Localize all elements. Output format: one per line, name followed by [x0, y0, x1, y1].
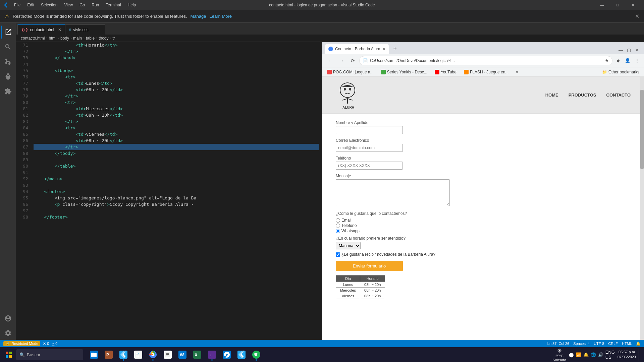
menu-terminal[interactable]: Terminal: [103, 2, 123, 8]
radio-telefono-input[interactable]: [336, 224, 340, 228]
close-browser-button[interactable]: ✕: [634, 46, 640, 54]
extensions-icon[interactable]: [1, 84, 15, 98]
minimize-browser-button[interactable]: —: [617, 46, 624, 54]
nav-contacto[interactable]: CONTACTO: [606, 93, 631, 98]
nav-productos[interactable]: PRODUCTOS: [569, 93, 596, 98]
indentation[interactable]: Spaces: 4: [573, 342, 590, 346]
nav-home[interactable]: HOME: [545, 93, 558, 98]
maximize-button[interactable]: □: [610, 0, 625, 10]
nombre-input[interactable]: [336, 126, 403, 134]
newsletter-checkbox[interactable]: [336, 252, 340, 257]
explorer-icon[interactable]: [1, 25, 15, 39]
menu-edit[interactable]: Edit: [24, 2, 37, 8]
taskbar-clock[interactable]: 05:57 p.m. 07/05/2023: [618, 350, 636, 360]
breadcrumb-item-6[interactable]: tr: [112, 36, 115, 41]
line-ending[interactable]: CRLF: [608, 342, 618, 346]
radio-telefono[interactable]: Telefono: [336, 223, 631, 228]
mensaje-textarea[interactable]: [336, 179, 450, 206]
radio-email[interactable]: Email: [336, 218, 631, 223]
menu-file[interactable]: File: [11, 2, 23, 8]
taskbar-pinned-app-6[interactable]: [161, 348, 174, 361]
bookmark-pog[interactable]: POG.COM: juegue a...: [325, 69, 376, 75]
taskbar-chrome-app[interactable]: [146, 348, 160, 361]
tray-icon-2[interactable]: 📶: [576, 352, 581, 357]
bookmark-series[interactable]: Series Yonkis - Desc...: [379, 69, 429, 75]
warning-count[interactable]: △ 0: [52, 342, 57, 346]
back-button[interactable]: ←: [325, 56, 335, 66]
radio-whatsapp-input[interactable]: [336, 229, 340, 233]
error-count[interactable]: ✖ 0: [43, 342, 49, 346]
search-icon[interactable]: [1, 40, 15, 54]
browser-menu-icon[interactable]: ⋮: [633, 56, 641, 65]
encoding[interactable]: UTF-8: [594, 342, 604, 346]
language-mode[interactable]: HTML: [622, 342, 632, 346]
tray-icon-3[interactable]: 🔔: [583, 352, 589, 357]
breadcrumb-item-4[interactable]: table: [86, 36, 95, 41]
forward-button[interactable]: →: [336, 56, 346, 66]
menu-selection[interactable]: Selection: [38, 2, 60, 8]
taskbar-search[interactable]: 🔍 Buscar: [16, 349, 83, 360]
close-tab-contacto[interactable]: ✕: [58, 27, 61, 32]
manage-link[interactable]: Manage: [191, 14, 206, 19]
taskbar-explorer-app[interactable]: [87, 348, 101, 361]
submit-button[interactable]: Enviar formulario: [336, 261, 403, 271]
extensions-browser-icon[interactable]: ◆: [614, 56, 623, 65]
star-bookmark-icon[interactable]: ★: [605, 58, 609, 63]
code-content[interactable]: <th>Horario</th> </tr> </thead> <tbody> …: [31, 42, 322, 340]
bookmark-folder-other[interactable]: 📁 Other bookmarks: [600, 69, 641, 75]
menu-help[interactable]: Help: [125, 2, 139, 8]
taskbar-pinned-app-7[interactable]: W: [176, 348, 189, 361]
minimize-button[interactable]: ―: [594, 0, 610, 10]
account-icon[interactable]: [1, 312, 15, 325]
new-tab-button[interactable]: +: [390, 44, 400, 54]
source-control-icon[interactable]: [1, 55, 15, 68]
window-controls[interactable]: ― □ ✕: [594, 0, 641, 10]
code-editor[interactable]: 7172737475767778798081828384858687888990…: [16, 42, 322, 340]
bookmarks-more[interactable]: »: [514, 69, 520, 75]
close-button[interactable]: ✕: [625, 0, 641, 10]
bookmark-youtube[interactable]: YouTube: [433, 69, 459, 75]
breadcrumb-item-5[interactable]: tbody: [99, 36, 108, 41]
breadcrumb-item-3[interactable]: main: [73, 36, 82, 41]
tray-icon-1[interactable]: ⬤: [569, 352, 574, 357]
taskbar-vscode-app[interactable]: [117, 348, 130, 361]
tab-contacto-html[interactable]: ❮/❯ contacto.html ✕: [17, 24, 65, 35]
restore-browser-button[interactable]: ▢: [626, 46, 632, 54]
address-bar[interactable]: 📄 C:/Users/sun_f/OneDrive/Documents/logi…: [359, 56, 612, 65]
show-desktop-button[interactable]: [639, 349, 641, 361]
menu-view[interactable]: View: [61, 2, 75, 8]
scrollbar-thumb[interactable]: [640, 90, 644, 169]
taskbar-another-app[interactable]: ♪: [205, 348, 219, 361]
taskbar-edge-app[interactable]: [220, 348, 233, 361]
taskbar-spotify-app[interactable]: [250, 348, 263, 361]
taskbar-pinned-app-2[interactable]: P: [102, 348, 115, 361]
breadcrumb-item-2[interactable]: body: [60, 36, 69, 41]
breadcrumb-item-1[interactable]: html: [49, 36, 56, 41]
cursor-position[interactable]: Ln 87, Col 26: [547, 342, 569, 346]
correo-input[interactable]: [336, 144, 403, 152]
schedule-select[interactable]: Mañana: [336, 242, 361, 249]
network-icon[interactable]: 🌐: [591, 352, 596, 357]
browser-scrollbar[interactable]: [640, 77, 644, 340]
restricted-mode-badge[interactable]: 🔒 Restricted Mode: [3, 341, 40, 346]
start-button[interactable]: [3, 349, 15, 361]
learn-more-link[interactable]: Learn More: [210, 14, 232, 19]
bookmark-flash[interactable]: FLASH - Juegue en...: [462, 69, 511, 75]
banner-close-button[interactable]: ✕: [635, 13, 639, 19]
title-bar-menu[interactable]: File Edit Selection View Go Run Terminal…: [11, 2, 139, 8]
reload-button[interactable]: ⟳: [348, 56, 358, 66]
profile-icon[interactable]: 👤: [623, 56, 632, 65]
taskbar-vscode-2-app[interactable]: [235, 348, 248, 361]
tab-style-css[interactable]: # style.css: [65, 24, 105, 35]
debug-icon[interactable]: [1, 70, 15, 83]
keyboard-icon[interactable]: ENGUS: [605, 350, 615, 360]
browser-tab-close[interactable]: ✕: [382, 47, 385, 51]
menu-run[interactable]: Run: [89, 2, 102, 8]
taskbar-weather[interactable]: ☀ 25°C Soleado: [552, 348, 566, 362]
taskbar-pinned-app-4[interactable]: 📄: [131, 348, 145, 361]
volume-icon[interactable]: 🔊: [598, 352, 603, 357]
notification-bell-icon[interactable]: 🔔: [636, 342, 641, 346]
taskbar-pinned-app-8[interactable]: X: [191, 348, 204, 361]
settings-icon[interactable]: [1, 326, 15, 340]
menu-go[interactable]: Go: [77, 2, 88, 8]
